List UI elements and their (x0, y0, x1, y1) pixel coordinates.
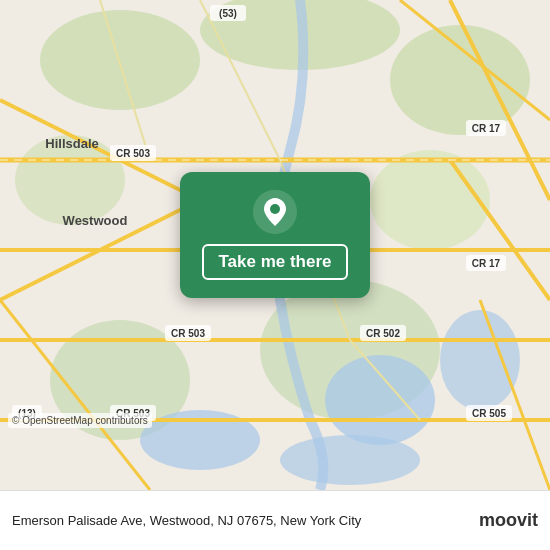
svg-text:CR 17: CR 17 (472, 258, 501, 269)
svg-text:CR 17: CR 17 (472, 123, 501, 134)
svg-text:CR 505: CR 505 (472, 408, 506, 419)
location-pin-icon (253, 190, 297, 234)
svg-text:(53): (53) (219, 8, 237, 19)
svg-point-1 (40, 10, 200, 110)
address-label: Emerson Palisade Ave, Westwood, NJ 07675… (12, 513, 479, 528)
svg-point-11 (280, 435, 420, 485)
svg-point-10 (440, 310, 520, 410)
svg-text:Westwood: Westwood (63, 213, 128, 228)
svg-text:Hillsdale: Hillsdale (45, 136, 98, 151)
moovit-logo: moovit (479, 510, 538, 531)
svg-text:CR 503: CR 503 (171, 328, 205, 339)
osm-credit: © OpenStreetMap contributors (8, 413, 152, 428)
svg-text:CR 503: CR 503 (116, 148, 150, 159)
bottom-bar: Emerson Palisade Ave, Westwood, NJ 07675… (0, 490, 550, 550)
svg-text:CR 502: CR 502 (366, 328, 400, 339)
osm-credit-text: © OpenStreetMap contributors (12, 415, 148, 426)
take-me-there-button[interactable]: Take me there (202, 244, 347, 280)
svg-point-4 (370, 150, 490, 250)
svg-point-8 (325, 355, 435, 445)
moovit-text: moovit (479, 510, 538, 531)
map-popup: Take me there (180, 172, 370, 298)
map-container: CR 503 (53) CR 17 CR 17 CR 503 CR 502 (1… (0, 0, 550, 490)
svg-point-49 (270, 204, 280, 214)
